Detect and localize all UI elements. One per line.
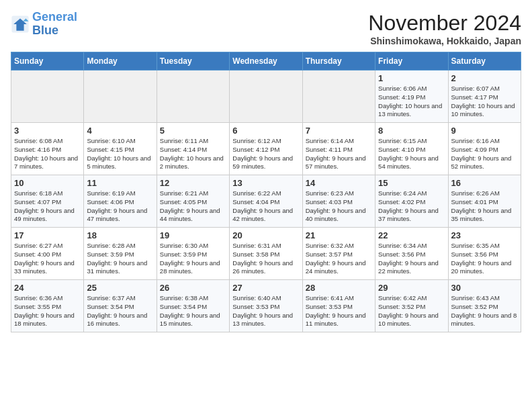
day-number: 8 (378, 126, 445, 136)
day-info: Sunrise: 6:18 AM Sunset: 4:07 PM Dayligh… (14, 189, 81, 224)
day-number: 6 (232, 126, 299, 136)
day-number: 11 (87, 178, 153, 188)
day-info: Sunrise: 6:22 AM Sunset: 4:04 PM Dayligh… (232, 189, 299, 224)
day-number: 27 (232, 283, 299, 293)
day-number: 30 (451, 283, 518, 293)
calendar-cell (11, 71, 84, 123)
calendar-cell: 6Sunrise: 6:12 AM Sunset: 4:12 PM Daylig… (230, 123, 302, 175)
calendar-cell (157, 71, 229, 123)
day-info: Sunrise: 6:36 AM Sunset: 3:55 PM Dayligh… (14, 294, 81, 328)
day-info: Sunrise: 6:16 AM Sunset: 4:09 PM Dayligh… (451, 137, 518, 171)
calendar-cell: 3Sunrise: 6:08 AM Sunset: 4:16 PM Daylig… (11, 123, 84, 175)
day-number: 22 (378, 230, 445, 240)
day-info: Sunrise: 6:23 AM Sunset: 4:03 PM Dayligh… (306, 189, 372, 224)
week-row-2: 3Sunrise: 6:08 AM Sunset: 4:16 PM Daylig… (11, 123, 521, 175)
calendar-cell: 28Sunrise: 6:41 AM Sunset: 3:53 PM Dayli… (302, 280, 375, 332)
logo: General Blue (11, 11, 77, 38)
day-header-sunday: Sunday (11, 52, 84, 71)
day-info: Sunrise: 6:08 AM Sunset: 4:16 PM Dayligh… (14, 137, 81, 171)
page-header: General Blue November 2024 Shinshimokawa… (11, 11, 521, 46)
day-number: 25 (87, 283, 153, 293)
day-number: 14 (306, 178, 372, 188)
calendar-cell: 22Sunrise: 6:34 AM Sunset: 3:56 PM Dayli… (375, 228, 448, 280)
day-number: 21 (306, 230, 372, 240)
calendar-cell: 15Sunrise: 6:24 AM Sunset: 4:02 PM Dayli… (375, 175, 448, 228)
location: Shinshimokawa, Hokkaido, Japan (368, 36, 521, 46)
day-number: 12 (160, 178, 226, 188)
day-header-monday: Monday (84, 52, 157, 71)
day-number: 15 (378, 178, 445, 188)
day-info: Sunrise: 6:15 AM Sunset: 4:10 PM Dayligh… (378, 137, 445, 171)
day-info: Sunrise: 6:24 AM Sunset: 4:02 PM Dayligh… (378, 189, 445, 224)
calendar-cell: 13Sunrise: 6:22 AM Sunset: 4:04 PM Dayli… (230, 175, 302, 228)
day-info: Sunrise: 6:38 AM Sunset: 3:54 PM Dayligh… (160, 294, 226, 328)
day-number: 7 (306, 126, 372, 136)
calendar-table: SundayMondayTuesdayWednesdayThursdayFrid… (11, 52, 521, 332)
day-info: Sunrise: 6:35 AM Sunset: 3:56 PM Dayligh… (451, 242, 518, 276)
day-info: Sunrise: 6:43 AM Sunset: 3:52 PM Dayligh… (451, 294, 518, 328)
day-number: 28 (306, 283, 372, 293)
calendar-cell: 17Sunrise: 6:27 AM Sunset: 4:00 PM Dayli… (11, 228, 84, 280)
calendar-cell: 8Sunrise: 6:15 AM Sunset: 4:10 PM Daylig… (375, 123, 448, 175)
calendar-cell: 11Sunrise: 6:19 AM Sunset: 4:06 PM Dayli… (84, 175, 157, 228)
logo-text-line1: General (32, 11, 77, 24)
month-title: November 2024 (368, 11, 521, 36)
week-row-1: 1Sunrise: 6:06 AM Sunset: 4:19 PM Daylig… (11, 71, 521, 123)
calendar-cell: 10Sunrise: 6:18 AM Sunset: 4:07 PM Dayli… (11, 175, 84, 228)
day-info: Sunrise: 6:27 AM Sunset: 4:00 PM Dayligh… (14, 242, 81, 276)
day-info: Sunrise: 6:11 AM Sunset: 4:14 PM Dayligh… (160, 137, 226, 171)
calendar-cell (230, 71, 302, 123)
day-number: 18 (87, 230, 153, 240)
day-number: 2 (451, 73, 518, 83)
day-number: 9 (451, 126, 518, 136)
day-info: Sunrise: 6:06 AM Sunset: 4:19 PM Dayligh… (378, 85, 445, 119)
day-info: Sunrise: 6:31 AM Sunset: 3:58 PM Dayligh… (232, 242, 299, 276)
calendar-cell: 24Sunrise: 6:36 AM Sunset: 3:55 PM Dayli… (11, 280, 84, 332)
day-number: 10 (14, 178, 81, 188)
calendar-cell: 9Sunrise: 6:16 AM Sunset: 4:09 PM Daylig… (448, 123, 521, 175)
day-number: 29 (378, 283, 445, 293)
calendar-cell: 7Sunrise: 6:14 AM Sunset: 4:11 PM Daylig… (302, 123, 375, 175)
calendar-cell (84, 71, 157, 123)
day-info: Sunrise: 6:12 AM Sunset: 4:12 PM Dayligh… (232, 137, 299, 171)
calendar-cell: 16Sunrise: 6:26 AM Sunset: 4:01 PM Dayli… (448, 175, 521, 228)
calendar-cell: 14Sunrise: 6:23 AM Sunset: 4:03 PM Dayli… (302, 175, 375, 228)
calendar-cell: 27Sunrise: 6:40 AM Sunset: 3:53 PM Dayli… (230, 280, 302, 332)
header-row: SundayMondayTuesdayWednesdayThursdayFrid… (11, 52, 521, 71)
calendar-cell: 20Sunrise: 6:31 AM Sunset: 3:58 PM Dayli… (230, 228, 302, 280)
day-info: Sunrise: 6:32 AM Sunset: 3:57 PM Dayligh… (306, 242, 372, 276)
day-number: 3 (14, 126, 81, 136)
day-number: 16 (451, 178, 518, 188)
day-header-tuesday: Tuesday (157, 52, 229, 71)
day-number: 26 (160, 283, 226, 293)
calendar-cell: 1Sunrise: 6:06 AM Sunset: 4:19 PM Daylig… (375, 71, 448, 123)
calendar-cell: 12Sunrise: 6:21 AM Sunset: 4:05 PM Dayli… (157, 175, 229, 228)
logo-text-line2: Blue (32, 24, 77, 38)
calendar-cell: 23Sunrise: 6:35 AM Sunset: 3:56 PM Dayli… (448, 228, 521, 280)
day-info: Sunrise: 6:34 AM Sunset: 3:56 PM Dayligh… (378, 242, 445, 276)
day-number: 24 (14, 283, 81, 293)
calendar-cell: 30Sunrise: 6:43 AM Sunset: 3:52 PM Dayli… (448, 280, 521, 332)
logo-icon (11, 15, 30, 34)
day-info: Sunrise: 6:30 AM Sunset: 3:59 PM Dayligh… (160, 242, 226, 276)
day-header-wednesday: Wednesday (230, 52, 302, 71)
day-info: Sunrise: 6:14 AM Sunset: 4:11 PM Dayligh… (306, 137, 372, 171)
day-info: Sunrise: 6:19 AM Sunset: 4:06 PM Dayligh… (87, 189, 153, 224)
calendar-cell: 18Sunrise: 6:28 AM Sunset: 3:59 PM Dayli… (84, 228, 157, 280)
calendar-cell: 2Sunrise: 6:07 AM Sunset: 4:17 PM Daylig… (448, 71, 521, 123)
calendar-cell: 29Sunrise: 6:42 AM Sunset: 3:52 PM Dayli… (375, 280, 448, 332)
day-header-thursday: Thursday (302, 52, 375, 71)
day-info: Sunrise: 6:28 AM Sunset: 3:59 PM Dayligh… (87, 242, 153, 276)
day-info: Sunrise: 6:37 AM Sunset: 3:54 PM Dayligh… (87, 294, 153, 328)
day-number: 1 (378, 73, 445, 83)
day-info: Sunrise: 6:07 AM Sunset: 4:17 PM Dayligh… (451, 85, 518, 119)
calendar-cell: 5Sunrise: 6:11 AM Sunset: 4:14 PM Daylig… (157, 123, 229, 175)
day-header-saturday: Saturday (448, 52, 521, 71)
day-number: 5 (160, 126, 226, 136)
day-info: Sunrise: 6:41 AM Sunset: 3:53 PM Dayligh… (306, 294, 372, 328)
day-header-friday: Friday (375, 52, 448, 71)
day-info: Sunrise: 6:21 AM Sunset: 4:05 PM Dayligh… (160, 189, 226, 224)
day-number: 19 (160, 230, 226, 240)
day-info: Sunrise: 6:40 AM Sunset: 3:53 PM Dayligh… (232, 294, 299, 328)
day-number: 4 (87, 126, 153, 136)
